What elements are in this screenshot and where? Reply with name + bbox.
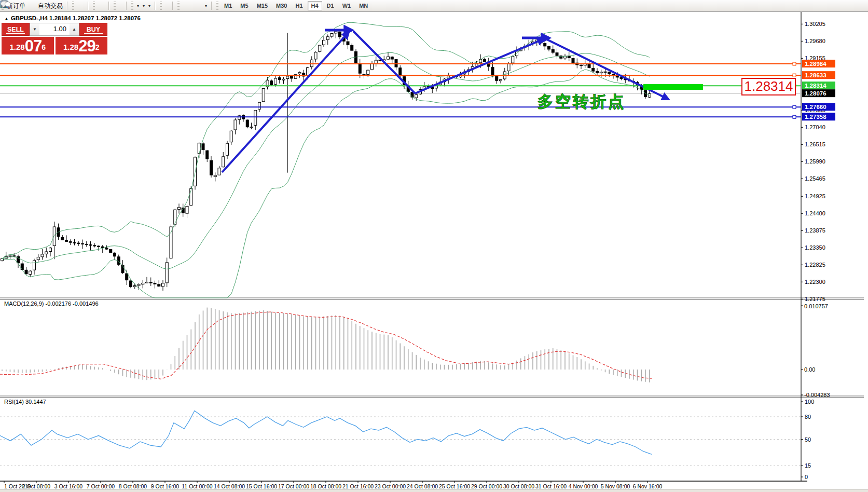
svg-text:1.27358: 1.27358 <box>805 114 826 120</box>
price-box-text: 1.28314 <box>745 78 793 94</box>
timeframe-button-h1[interactable]: H1 <box>292 1 306 10</box>
svg-text:50: 50 <box>805 436 811 443</box>
main-toolbar: 新订单 自动交易 <box>0 0 868 12</box>
rsi-axis[interactable]: 1008050150 <box>0 399 814 480</box>
macd-axis[interactable]: 0.0107570.00-0.004283 <box>801 303 830 398</box>
svg-text:31 Oct 16:00: 31 Oct 16:00 <box>535 483 567 489</box>
svg-text:24 Oct 08:00: 24 Oct 08:00 <box>407 483 438 489</box>
timeframe-button-m1[interactable]: M1 <box>221 1 236 10</box>
svg-text:1.27660: 1.27660 <box>805 104 826 110</box>
autotrading-label: 自动交易 <box>38 2 63 10</box>
svg-text:25 Oct 16:00: 25 Oct 16:00 <box>439 483 470 489</box>
svg-text:1.27040: 1.27040 <box>805 124 825 130</box>
sell-price-prefix: 1.28 <box>10 40 25 54</box>
templates-button[interactable]: ▾ <box>146 1 152 11</box>
svg-text:1.25465: 1.25465 <box>805 175 825 182</box>
timeframe-button-h4[interactable]: H4 <box>308 1 322 10</box>
svg-text:21 Oct 16:00: 21 Oct 16:00 <box>342 483 374 489</box>
volume-down-button[interactable]: ▼ <box>30 23 39 35</box>
periods-button[interactable]: ▾ <box>141 1 146 11</box>
svg-text:0.00: 0.00 <box>804 366 815 373</box>
one-click-trade-panel: SELL ▼ 1.00 ▲ BUY 1.28076 1.28292 <box>2 23 107 54</box>
timeframe-toolbar: M1M5M15M30H1H4D1W1MN <box>220 1 372 10</box>
timeframe-button-m5[interactable]: M5 <box>237 1 252 10</box>
svg-text:1.21775: 1.21775 <box>805 296 825 302</box>
chat-icon[interactable] <box>0 0 11 8</box>
periods-caret-icon: ▾ <box>143 4 145 8</box>
indicators-button[interactable]: ▾ <box>135 1 141 11</box>
svg-text:17 Oct 00:00: 17 Oct 00:00 <box>278 483 309 489</box>
macd-label: MACD(12,26,9) -0.002176 -0.001496 <box>4 300 99 307</box>
shapes-caret-icon: ▾ <box>205 4 207 8</box>
templates-caret-icon: ▾ <box>148 4 150 8</box>
sell-button[interactable]: SELL <box>2 23 30 36</box>
chart-title-text: GBPUSD-,H4 1.28184 1.28207 1.28072 1.280… <box>11 15 141 21</box>
volume-value[interactable]: 1.00 <box>39 23 70 35</box>
window-bottom-edge <box>0 489 868 492</box>
svg-text:1.28076: 1.28076 <box>805 90 826 97</box>
timeframe-button-d1[interactable]: D1 <box>323 1 338 10</box>
svg-text:7 Oct 00:00: 7 Oct 00:00 <box>87 483 115 489</box>
sell-price-big: 07 <box>25 38 42 54</box>
timeframe-button-w1[interactable]: W1 <box>339 1 355 10</box>
buy-button[interactable]: BUY <box>79 23 107 36</box>
svg-text:9 Oct 16:00: 9 Oct 16:00 <box>151 483 179 489</box>
svg-text:-0.004283: -0.004283 <box>804 392 830 398</box>
autotrading-button[interactable]: 自动交易 <box>36 1 64 11</box>
buy-price-prefix: 1.28 <box>63 40 78 54</box>
macd-pane <box>0 308 652 382</box>
mt4-window: 新订单 自动交易 <box>0 0 868 492</box>
volume-up-button[interactable]: ▲ <box>70 23 79 35</box>
svg-text:3 Oct 16:00: 3 Oct 16:00 <box>54 483 82 489</box>
svg-text:5 Nov 08:00: 5 Nov 08:00 <box>601 483 630 489</box>
svg-text:1.22825: 1.22825 <box>805 262 825 268</box>
chart-shift-button[interactable] <box>120 1 123 11</box>
svg-text:80: 80 <box>805 414 811 420</box>
chart-title: ▲GBPUSD-,H4 1.28184 1.28207 1.28072 1.28… <box>4 15 141 21</box>
buy-price[interactable]: 1.28292 <box>56 37 108 54</box>
svg-text:1.28984: 1.28984 <box>805 61 826 67</box>
rsi-label: RSI(14) 30.1447 <box>4 399 46 405</box>
tile-windows-button[interactable] <box>103 1 106 11</box>
svg-text:1.24400: 1.24400 <box>805 210 825 216</box>
green-highlight-rect[interactable] <box>643 84 703 90</box>
timeframe-button-m15[interactable]: M15 <box>253 1 271 10</box>
rsi-pane <box>0 411 652 454</box>
svg-text:0.010757: 0.010757 <box>804 303 828 309</box>
svg-text:29 Oct 00:00: 29 Oct 00:00 <box>471 483 502 489</box>
volume-stepper: ▼ 1.00 ▲ <box>30 23 79 36</box>
svg-text:6 Nov 16:00: 6 Nov 16:00 <box>633 483 663 489</box>
svg-text:0: 0 <box>805 474 808 480</box>
time-axis[interactable]: 1 Oct 20192 Oct 08:003 Oct 16:007 Oct 00… <box>4 481 662 489</box>
svg-text:1.30205: 1.30205 <box>805 21 825 27</box>
svg-text:15: 15 <box>805 462 811 469</box>
svg-text:1.28633: 1.28633 <box>805 72 826 78</box>
turning-point-annotation[interactable]: 多空转折点 <box>538 93 626 110</box>
svg-text:23 Oct 00:00: 23 Oct 00:00 <box>375 483 406 489</box>
svg-text:1.28314: 1.28314 <box>805 83 826 89</box>
svg-text:15 Oct 16:00: 15 Oct 16:00 <box>246 483 277 489</box>
svg-text:1.23875: 1.23875 <box>805 227 825 234</box>
svg-text:30 Oct 08:00: 30 Oct 08:00 <box>503 483 534 489</box>
sell-price[interactable]: 1.28076 <box>2 37 54 54</box>
sell-price-sup: 6 <box>42 37 46 58</box>
crosshair-button[interactable] <box>167 1 170 11</box>
pane-separators[interactable] <box>0 11 864 481</box>
svg-text:14 Oct 08:00: 14 Oct 08:00 <box>214 483 245 489</box>
buy-price-sup: 2 <box>95 37 100 58</box>
line-chart-button[interactable] <box>82 1 85 11</box>
shapes-button[interactable]: ▾ <box>203 1 209 11</box>
svg-text:1.25990: 1.25990 <box>805 158 825 165</box>
svg-text:4 Nov 00:00: 4 Nov 00:00 <box>569 483 598 489</box>
svg-text:1.22300: 1.22300 <box>805 279 825 285</box>
svg-text:11 Oct 00:00: 11 Oct 00:00 <box>182 483 213 489</box>
buy-price-big: 29 <box>78 38 95 54</box>
chart-canvas[interactable]: 1.302051.296801.291551.275651.270401.265… <box>0 0 868 492</box>
svg-text:1.29680: 1.29680 <box>805 38 825 44</box>
timeframe-button-m30[interactable]: M30 <box>272 1 291 10</box>
timeframe-button-mn[interactable]: MN <box>355 1 371 10</box>
svg-text:1.24925: 1.24925 <box>805 193 825 199</box>
svg-text:1.26515: 1.26515 <box>805 141 825 147</box>
svg-text:2 Oct 08:00: 2 Oct 08:00 <box>22 483 50 489</box>
symbol-collapse-icon[interactable]: ▲ <box>4 16 9 21</box>
